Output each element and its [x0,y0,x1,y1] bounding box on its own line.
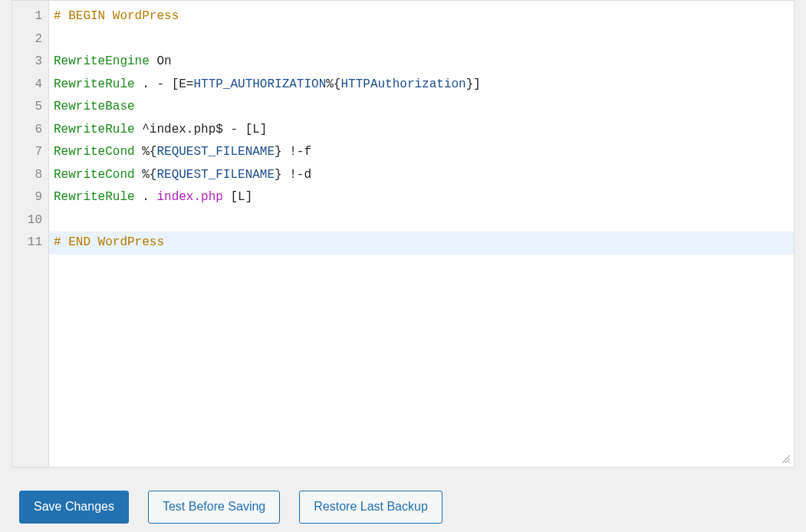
line-number: 3 [12,51,48,74]
code-token: RewriteRule [54,123,135,136]
code-token: HTTPAuthorization [340,77,466,91]
svg-line-2 [788,461,790,463]
line-number: 2 [12,28,48,51]
code-token: HTTP_AUTHORIZATION [193,77,326,91]
line-number: 1 [12,5,48,28]
line-number: 11 [12,232,48,255]
code-token: } !-d [275,168,311,182]
resize-handle[interactable] [781,454,791,465]
line-number: 5 [12,96,48,119]
code-area[interactable]: # BEGIN WordPressRewriteEngine OnRewrite… [49,1,794,467]
code-token: REQUEST_FILENAME [156,145,275,159]
line-number: 10 [12,209,48,232]
code-editor[interactable]: 1234567891011 # BEGIN WordPressRewriteEn… [12,0,794,468]
line-number: 7 [12,141,48,164]
code-token: # END WordPress [54,235,164,249]
code-line[interactable]: RewriteCond %{REQUEST_FILENAME} !-f [54,141,794,164]
code-line[interactable]: RewriteCond %{REQUEST_FILENAME} !-d [54,164,794,187]
code-token: %{ [135,168,157,182]
code-token: RewriteCond [54,145,135,159]
code-line[interactable]: RewriteRule . index.php [L] [54,186,794,209]
test-before-saving-button[interactable]: Test Before Saving [148,491,280,524]
code-token: } !-f [275,145,311,159]
save-changes-button[interactable]: Save Changes [19,491,129,524]
code-token: . [135,190,157,204]
code-token: RewriteBase [54,100,135,113]
button-row: Save Changes Test Before Saving Restore … [0,479,806,532]
code-token: On [150,54,172,68]
code-token: index.php [156,190,222,204]
code-token: %{ [326,77,340,91]
code-line[interactable] [54,28,794,51]
line-number-gutter: 1234567891011 [12,1,49,467]
line-number: 4 [12,74,48,97]
code-token: RewriteCond [54,168,135,182]
code-token: # BEGIN WordPress [54,9,179,23]
code-line[interactable]: # END WordPress [49,232,794,255]
code-line[interactable]: RewriteEngine On [54,51,794,74]
line-number: 6 [12,119,48,142]
code-line[interactable]: RewriteRule . - [E=HTTP_AUTHORIZATION%{H… [54,74,794,97]
restore-last-backup-button[interactable]: Restore Last Backup [299,491,442,524]
code-token: }] [466,77,481,91]
code-token: . - [E= [135,77,194,91]
code-token: REQUEST_FILENAME [156,168,275,182]
code-line[interactable]: RewriteRule ^index.php$ - [L] [54,119,794,142]
code-line[interactable]: RewriteBase [54,96,794,119]
code-line[interactable] [54,209,794,232]
code-line[interactable]: # BEGIN WordPress [54,5,794,28]
code-token: [L] [223,190,252,204]
code-token: ^index.php$ - [L] [135,123,268,136]
code-token: RewriteEngine [54,54,150,68]
line-number: 8 [12,164,48,187]
code-token: %{ [135,145,157,159]
code-token: RewriteRule [54,77,135,91]
code-token: RewriteRule [54,190,135,204]
line-number: 9 [12,186,48,209]
